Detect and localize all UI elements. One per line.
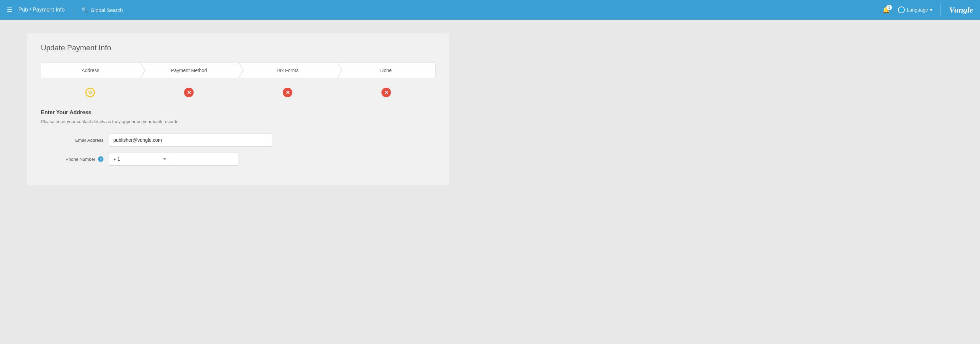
error-step-icon-done: ✕ (382, 88, 391, 97)
page-title: Update Payment Info (41, 43, 436, 52)
step-tax-forms-label: Tax Forms (276, 68, 298, 73)
header-divider (73, 5, 73, 15)
phone-label-group: Phone Number ? (54, 156, 109, 162)
search-icon: 🔍 (81, 7, 88, 13)
step-done[interactable]: Done (337, 63, 436, 78)
vungle-logo: Vungle (949, 5, 973, 14)
status-tax-forms: ✕ (238, 85, 337, 100)
status-done: ✕ (337, 85, 436, 100)
notification-bell[interactable]: 🔔 1 (882, 6, 890, 14)
app-header: ☰ Pub / Payment Info 🔍 Global Search 🔔 1… (0, 0, 980, 20)
step-address-label: Address (82, 68, 99, 73)
email-label: Email Address (54, 138, 109, 143)
error-step-icon-payment: ✕ (184, 88, 194, 97)
status-icons-row: ✕ ✕ ✕ (41, 85, 436, 100)
language-label: Language (907, 7, 928, 13)
global-search[interactable]: 🔍 Global Search (81, 7, 123, 13)
chevron-down-icon: ▾ (930, 7, 932, 13)
status-address (41, 85, 140, 100)
email-row: Email Address (41, 133, 436, 146)
phone-help-icon[interactable]: ? (98, 156, 103, 162)
notification-badge: 1 (886, 5, 892, 10)
phone-row: Phone Number ? + 1 (41, 153, 436, 166)
form-section-desc: Please enter your contact details as the… (41, 119, 436, 124)
step-payment-method-label: Payment Method (171, 68, 207, 73)
phone-label: Phone Number (66, 157, 97, 162)
step-done-label: Done (380, 68, 392, 73)
step-payment-method[interactable]: Payment Method (140, 63, 239, 78)
step-tax-forms[interactable]: Tax Forms (238, 63, 337, 78)
search-label: Global Search (91, 7, 123, 13)
update-payment-card: Update Payment Info Address Payment Meth… (27, 33, 449, 185)
email-input[interactable] (109, 133, 272, 146)
status-payment-method: ✕ (140, 85, 238, 100)
active-step-icon (86, 88, 95, 97)
header-vertical-divider (940, 3, 941, 17)
header-right: 🔔 1 🌐 Language ▾ Vungle (882, 3, 973, 17)
form-section-title: Enter Your Address (41, 109, 436, 116)
active-step-inner (89, 91, 92, 94)
menu-icon[interactable]: ☰ (7, 6, 12, 14)
phone-input-group: + 1 (109, 153, 238, 166)
globe-icon: 🌐 (898, 6, 905, 13)
error-step-icon-tax: ✕ (283, 88, 292, 97)
language-selector[interactable]: 🌐 Language ▾ (898, 6, 932, 13)
header-title: Pub / Payment Info (18, 7, 65, 13)
steps-breadcrumb: Address Payment Method Tax Forms Done (41, 63, 436, 78)
phone-number-input[interactable] (170, 153, 238, 166)
phone-country-select[interactable]: + 1 (109, 153, 170, 166)
step-address[interactable]: Address (41, 63, 140, 78)
main-content: Update Payment Info Address Payment Meth… (0, 20, 980, 199)
